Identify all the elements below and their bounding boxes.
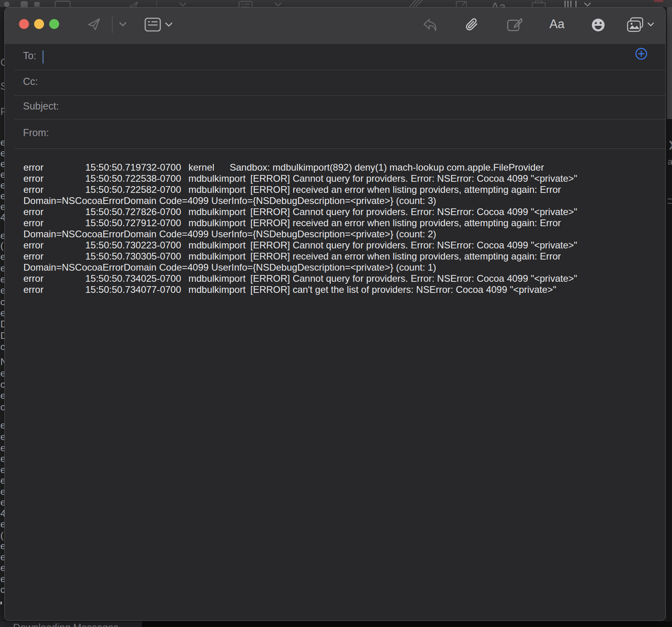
background-chevron-down-icon: [179, 2, 186, 7]
background-text-fragment: c: [0, 379, 4, 390]
background-text-fragment: e: [0, 464, 4, 475]
background-text-fragment: e: [0, 390, 4, 401]
photos-icon: [627, 17, 644, 33]
send-icon: [87, 17, 101, 31]
emoji-button[interactable]: [591, 18, 605, 32]
background-paperclip-icon: [408, 0, 424, 7]
log-line: error 15:50:50.727912-0700 mdbulkimport …: [23, 217, 661, 229]
attach-button[interactable]: [464, 17, 479, 33]
cc-field[interactable]: Cc:: [5, 70, 665, 96]
background-text-fragment: e: [0, 201, 4, 212]
background-text-fragment: e: [0, 431, 4, 442]
background-text-fragment: [668, 203, 672, 204]
background-header-fields-icon: [237, 1, 254, 7]
from-field[interactable]: From:: [5, 119, 665, 149]
background-text-fragment: ❯: [668, 140, 672, 150]
log-line: Domain=NSCocoaErrorDomain Code=4099 User…: [23, 195, 661, 206]
compose-window: Aa To: Cc: Subj: [4, 7, 666, 621]
background-text-fragment: N: [0, 356, 4, 367]
zoom-button[interactable]: [49, 19, 59, 29]
status-text: Downloading Messages: [13, 622, 118, 627]
background-text-fragment: e: [0, 519, 4, 530]
background-text-fragment: e: [0, 368, 4, 379]
paperclip-icon: [464, 17, 479, 33]
photo-browser-button[interactable]: [627, 17, 644, 33]
background-toolbar-strip: Aa: [0, 0, 672, 7]
background-blob-icon: [34, 2, 40, 7]
background-text-fragment: e: [0, 190, 4, 202]
background-text-fragment: e: [0, 169, 4, 180]
to-label: To:: [23, 50, 36, 62]
background-text-fragment: e: [0, 148, 4, 159]
background-text-fragment: S: [0, 81, 4, 92]
fonts-aa-label: Aa: [549, 17, 564, 31]
chevron-down-icon: [119, 22, 127, 27]
send-options-button[interactable]: [118, 21, 127, 27]
background-text-fragment: e: [0, 230, 4, 241]
close-button[interactable]: [19, 19, 29, 29]
log-line: error 15:50:50.734077-0700 mdbulkimport …: [23, 284, 661, 295]
background-text-fragment: C: [0, 57, 4, 68]
background-markup-icon: [455, 1, 468, 7]
send-button[interactable]: [87, 17, 101, 31]
reply-button[interactable]: [423, 19, 438, 31]
background-text-fragment: c: [0, 341, 4, 352]
background-left-edge-strip: CSFeeeeeee4e(eeeeceDDcNececeeeeeeee4e(ee…: [0, 7, 4, 621]
background-right-edge-strip: ❯a: [667, 7, 672, 621]
background-text-fragment: e: [0, 420, 4, 431]
background-blob-icon: [55, 1, 71, 7]
log-line: error 15:50:50.730223-0700 mdbulkimport …: [23, 240, 661, 251]
background-text-fragment: (: [0, 530, 4, 541]
emoji-smiley-icon: [591, 18, 605, 32]
background-text-fragment: e: [0, 442, 4, 454]
background-statusbar-divider: [142, 621, 143, 627]
chevron-down-icon: [647, 22, 654, 27]
background-text-fragment: e: [0, 158, 4, 169]
log-line: error 15:50:50.722538-0700 mdbulkimport …: [23, 173, 661, 184]
background-text-fragment: D: [0, 319, 4, 330]
background-text-fragment: e: [0, 308, 4, 319]
photo-browser-options-button[interactable]: [647, 21, 655, 28]
background-text-fragment: c: [0, 584, 4, 595]
log-line: error 15:50:50.730305-0700 mdbulkimport …: [23, 251, 661, 262]
background-text-fragment: e: [0, 274, 4, 285]
background-text-fragment: (: [0, 240, 4, 251]
background-toolbar-divider: [156, 1, 157, 7]
background-printer-icon: [530, 1, 547, 7]
log-line: error 15:50:50.722582-0700 mdbulkimport …: [23, 184, 661, 195]
background-text-fragment: D: [0, 330, 4, 341]
subject-label: Subject:: [23, 100, 59, 112]
background-text-fragment: e: [0, 562, 4, 573]
background-text-fragment: e: [0, 251, 4, 262]
markup-button[interactable]: [507, 18, 523, 32]
background-artifact: [0, 602, 2, 604]
background-text-fragment: e: [0, 486, 4, 497]
text-cursor: [42, 50, 44, 63]
minimize-button[interactable]: [34, 19, 44, 29]
plus-circle-icon: [635, 48, 647, 60]
to-field[interactable]: To:: [5, 44, 665, 70]
background-statusbar-right-panel: [143, 621, 672, 627]
log-line: Domain=NSCocoaErrorDomain Code=4099 User…: [23, 262, 661, 273]
header-fields-button[interactable]: [144, 17, 161, 32]
background-text-fragment: [668, 198, 672, 200]
background-fonts-icon: Aa: [491, 0, 506, 7]
cc-label: Cc:: [23, 76, 38, 87]
message-body[interactable]: error 15:50:50.719732-0700 kernel Sandbo…: [5, 149, 665, 620]
log-line: error 15:50:50.734025-0700 mdbulkimport …: [23, 273, 661, 284]
background-text-fragment: 4: [0, 212, 4, 223]
fonts-button[interactable]: Aa: [547, 16, 567, 32]
subject-field[interactable]: Subject:: [5, 96, 665, 119]
background-text-fragment: e: [0, 285, 4, 296]
chevron-down-icon: [165, 22, 173, 27]
add-contact-button[interactable]: [635, 48, 647, 60]
header-fields-options-button[interactable]: [164, 21, 173, 28]
markup-pen-icon: [507, 18, 523, 32]
log-line: error 15:50:50.727826-0700 mdbulkimport …: [23, 206, 661, 217]
background-text-fragment: e: [0, 475, 4, 486]
background-text-fragment: a: [668, 157, 672, 167]
log-line: Domain=NSCocoaErrorDomain Code=4099 User…: [23, 229, 661, 240]
background-text-fragment: e: [0, 497, 4, 508]
background-text-fragment: e: [0, 540, 4, 552]
header-fields-icon: [144, 17, 161, 32]
